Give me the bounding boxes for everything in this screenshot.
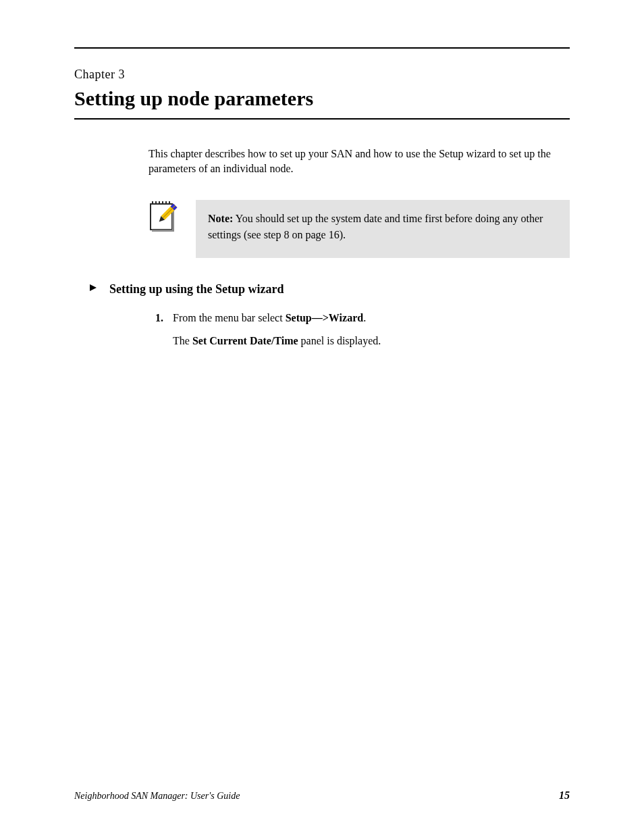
step-result-before: The [173, 335, 192, 346]
section-heading: Setting up using the Setup wizard [109, 282, 284, 296]
note-icon [149, 200, 181, 232]
footer-page-number-wrap: 15 [559, 789, 570, 802]
step-list: 1. From the menu bar select Setup—>Wizar… [149, 310, 570, 349]
step-number: 1. [149, 310, 163, 349]
section-row: Setting up using the Setup wizard [88, 282, 570, 296]
footer-doc-title: Neighborhood SAN Manager: User's Guide [74, 791, 240, 802]
chapter-label: Chapter 3 [74, 68, 570, 82]
step-item: 1. From the menu bar select Setup—>Wizar… [149, 310, 570, 349]
step-text-after: . [363, 312, 366, 323]
footer-page-number: 15 [559, 789, 570, 801]
note-text: Note: You should set up the system date … [196, 200, 570, 258]
chapter-title: Setting up node parameters [74, 87, 570, 110]
section-marker-icon [88, 282, 99, 292]
under-title-rule [74, 118, 570, 120]
step-text-before: From the menu bar select [173, 312, 286, 323]
body-column: This chapter describes how to set up you… [149, 147, 570, 349]
page: Chapter 3 Setting up node parameters Thi… [0, 0, 644, 834]
step-result-after: panel is displayed. [298, 335, 381, 346]
note-block: Note: You should set up the system date … [149, 200, 570, 258]
page-footer: Neighborhood SAN Manager: User's Guide 1… [0, 789, 644, 802]
note-label: Note: [208, 213, 233, 224]
intro-paragraph: This chapter describes how to set up you… [149, 147, 570, 177]
step-result: The Set Current Date/Time panel is displ… [173, 333, 570, 349]
step-text: From the menu bar select Setup—>Wizard. … [173, 310, 570, 349]
top-rule [74, 47, 570, 49]
svg-marker-13 [90, 284, 97, 291]
step-menu-path: Setup—>Wizard [286, 312, 364, 323]
note-body: You should set up the system date and ti… [208, 213, 543, 240]
step-result-label: Set Current Date/Time [192, 335, 298, 346]
svg-rect-8 [152, 230, 174, 232]
